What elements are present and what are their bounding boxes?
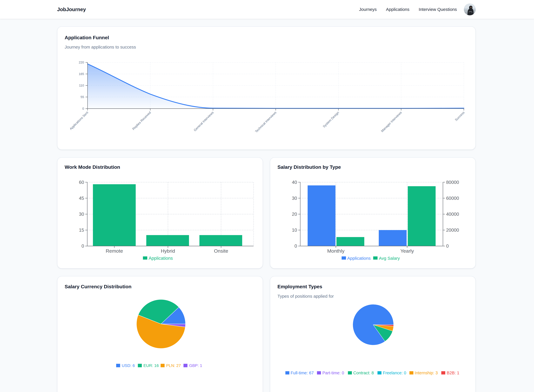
- svg-text:60: 60: [79, 180, 84, 185]
- svg-text:40: 40: [292, 180, 297, 185]
- svg-text:60000: 60000: [446, 196, 459, 201]
- svg-text:PLN: 27: PLN: 27: [166, 363, 181, 368]
- svg-text:20000: 20000: [446, 227, 459, 233]
- svg-text:30: 30: [79, 211, 84, 217]
- svg-text:Success: Success: [454, 111, 465, 122]
- svg-text:Yearly: Yearly: [400, 248, 414, 254]
- svg-text:Replies Received: Replies Received: [132, 111, 152, 131]
- svg-text:GBP: 1: GBP: 1: [189, 363, 202, 368]
- svg-text:220: 220: [79, 61, 84, 64]
- svg-text:Applications: Applications: [149, 256, 173, 261]
- svg-text:Internship: 3: Internship: 3: [415, 371, 438, 375]
- svg-text:Part-time: 0: Part-time: 0: [322, 371, 344, 375]
- svg-text:20: 20: [292, 211, 297, 217]
- svg-text:Technical Interviews: Technical Interviews: [254, 111, 277, 133]
- svg-text:80000: 80000: [446, 180, 459, 185]
- svg-text:40000: 40000: [446, 211, 459, 217]
- svg-text:0: 0: [82, 107, 84, 110]
- svg-text:EUR: 16: EUR: 16: [143, 363, 159, 368]
- svg-text:Contract: 8: Contract: 8: [353, 371, 374, 375]
- svg-text:B2B: 1: B2B: 1: [447, 371, 459, 375]
- svg-text:Applications Sent: Applications Sent: [69, 111, 89, 131]
- svg-text:10: 10: [292, 227, 297, 233]
- svg-text:30: 30: [292, 196, 297, 201]
- svg-text:Freelance: 0: Freelance: 0: [383, 371, 406, 375]
- svg-text:165: 165: [79, 72, 84, 76]
- svg-text:Applications: Applications: [347, 256, 371, 261]
- svg-text:Manager Interviews: Manager Interviews: [380, 111, 402, 133]
- svg-text:Monthly: Monthly: [327, 248, 344, 254]
- svg-text:15: 15: [79, 227, 84, 233]
- svg-text:General Interviews: General Interviews: [193, 111, 214, 132]
- svg-text:0: 0: [446, 243, 449, 249]
- svg-text:USD: 6: USD: 6: [122, 363, 135, 368]
- svg-text:0: 0: [81, 243, 84, 249]
- svg-text:Onsite: Onsite: [214, 248, 228, 254]
- svg-text:55: 55: [80, 95, 84, 99]
- svg-text:System Design: System Design: [322, 111, 340, 128]
- svg-text:110: 110: [79, 84, 84, 87]
- svg-text:Hybrid: Hybrid: [161, 248, 175, 254]
- svg-text:Avg Salary: Avg Salary: [379, 256, 400, 261]
- svg-text:Remote: Remote: [106, 248, 123, 254]
- svg-text:0: 0: [294, 243, 297, 249]
- svg-text:45: 45: [79, 196, 84, 201]
- svg-text:Full-time: 67: Full-time: 67: [291, 371, 314, 375]
